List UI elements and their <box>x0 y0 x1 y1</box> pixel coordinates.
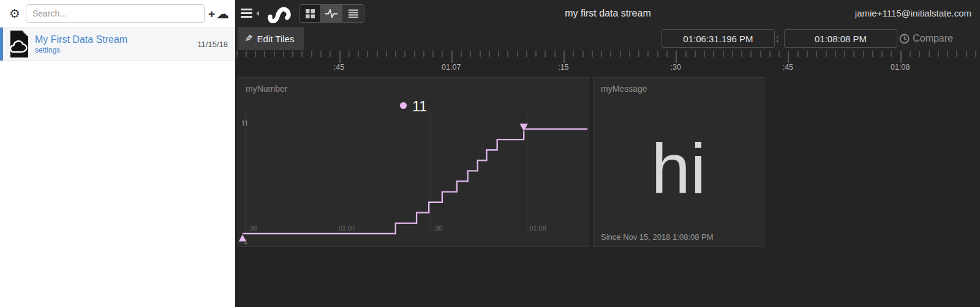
initial-state-logo-icon[interactable] <box>265 4 296 23</box>
list-icon <box>349 9 358 18</box>
time-range-end-input[interactable] <box>784 29 897 48</box>
tiles-canvas: :3001:07:3001:08111 myNumber 11 myMessag… <box>236 77 980 307</box>
waveform-icon <box>325 9 337 18</box>
timeline-ruler[interactable]: :4501:07:15:30:4501:08 <box>236 50 980 76</box>
svg-text:01:07: 01:07 <box>339 224 356 232</box>
edit-tiles-button[interactable]: ✎ Edit Tiles <box>238 27 304 50</box>
history-clock-icon <box>899 34 910 44</box>
plus-icon: + <box>208 8 215 20</box>
settings-gear-icon[interactable]: ⚙ <box>6 7 23 20</box>
svg-text:11: 11 <box>241 119 248 127</box>
compare-button[interactable]: Compare <box>899 27 953 50</box>
collapse-sidebar-button[interactable] <box>241 7 259 20</box>
create-bucket-button[interactable]: + ☁ <box>208 7 229 20</box>
top-bar: my first data stream jamie+1115@initials… <box>236 0 980 27</box>
account-email[interactable]: jamie+1115@initialstate.com <box>855 0 971 27</box>
hamburger-icon-bar <box>241 16 252 18</box>
edit-tiles-label: Edit Tiles <box>257 34 295 44</box>
data-bucket-icon <box>8 30 30 58</box>
sidebar: ⚙ + ☁ My First Data Stream settings 11/1… <box>0 0 236 307</box>
bucket-list-item[interactable]: My First Data Stream settings 11/15/18 <box>0 27 235 61</box>
grid-icon <box>306 9 315 18</box>
bucket-info: My First Data Stream settings <box>35 34 197 54</box>
tile-mymessage[interactable]: myMessage hi Since Nov 15, 2018 1:08:08 … <box>593 77 764 247</box>
svg-text::30: :30 <box>433 224 442 232</box>
app-window: ⚙ + ☁ My First Data Stream settings 11/1… <box>0 0 980 307</box>
tile-mymessage-title: myMessage <box>601 84 647 94</box>
toolbar: ✎ Edit Tiles : Compare <box>236 27 980 50</box>
svg-text:01:08: 01:08 <box>529 224 546 232</box>
sidebar-header: ⚙ + ☁ <box>0 0 235 27</box>
search-input[interactable] <box>26 4 205 23</box>
hamburger-icon-bar <box>241 12 252 14</box>
compare-label: Compare <box>913 33 953 44</box>
view-switcher <box>299 4 364 23</box>
arrow-left-icon <box>256 11 259 16</box>
mymessage-since-timestamp: Since Nov 15, 2018 1:08:08 PM <box>601 232 714 242</box>
tiles-view-button[interactable] <box>300 5 321 22</box>
cloud-icon: ☁ <box>216 7 229 20</box>
time-range-separator: : <box>776 27 778 50</box>
mynumber-step-chart[interactable]: :3001:07:3001:08111 <box>238 78 589 246</box>
mymessage-value: hi <box>594 113 764 223</box>
main-panel: my first data stream jamie+1115@initials… <box>236 0 980 307</box>
bucket-title: My First Data Stream <box>35 34 197 46</box>
tile-mynumber[interactable]: :3001:07:3001:08111 myNumber 11 <box>238 77 589 247</box>
time-range-start-input[interactable] <box>662 29 775 48</box>
waves-view-button[interactable] <box>321 5 342 22</box>
bucket-settings-link[interactable]: settings <box>35 46 197 54</box>
bucket-date: 11/15/18 <box>197 40 228 49</box>
svg-text::30: :30 <box>248 224 257 232</box>
pencil-icon: ✎ <box>245 33 253 44</box>
selected-indicator <box>0 28 3 61</box>
log-view-button[interactable] <box>342 5 364 22</box>
hamburger-icon <box>241 9 252 10</box>
